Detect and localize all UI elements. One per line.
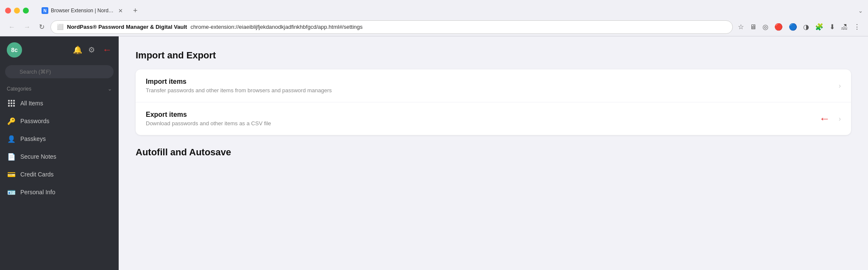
sidebar-icons: 🔔 ⚙ ← [73,44,112,55]
autofill-title: Autofill and Autosave [136,147,851,158]
sidebar-header: 8c 🔔 ⚙ ← [0,36,119,63]
categories-chevron-icon: ⌄ [108,86,112,92]
search-input[interactable] [5,65,114,78]
import-item[interactable]: Import items Transfer passwords and othe… [136,69,851,102]
reload-button[interactable]: ↻ [36,21,47,33]
sidebar-item-secure-notes[interactable]: 📄 Secure Notes [0,148,119,165]
browser-chrome: N Browser Extension | NordPass ✕ + ⌄ ← →… [0,0,868,36]
address-url: chrome-extension://eiaeiblijfjekdanodkja… [190,24,726,30]
search-wrapper: 🔍 [5,65,114,78]
back-button[interactable]: ← [6,22,18,33]
all-items-label: All Items [20,100,43,107]
page-icon: ⬜ [57,24,64,30]
avatar-initials: 8c [11,47,18,53]
nordvpn-icon[interactable]: ◎ [761,21,770,33]
minimize-button[interactable] [14,8,20,14]
import-export-title: Import and Export [136,50,851,61]
import-item-text: Import items Transfer passwords and othe… [146,78,839,94]
tab-bar: N Browser Extension | NordPass ✕ + [36,4,855,17]
download-button[interactable]: ⬇ [828,21,837,33]
bookmark-button[interactable]: ☆ [736,21,746,33]
import-item-description: Transfer passwords and other items from … [146,87,839,94]
categories-label: Categories [7,86,31,92]
address-bar[interactable]: ⬜ NordPass® Password Manager & Digital V… [50,20,733,34]
import-export-card: Import items Transfer passwords and othe… [136,69,851,135]
tab-title: Browser Extension | NordPass [51,8,116,14]
nav-bar: ← → ↻ ⬜ NordPass® Password Manager & Dig… [0,18,868,36]
nav-actions: ☆ 🖥 ◎ 🔴 🔵 ◑ 🧩 ⬇ 🏖 ⋮ [736,21,862,33]
close-button[interactable] [5,8,11,14]
sidebar-item-personal-info[interactable]: 🪪 Personal Info [0,183,119,201]
passwords-icon: 🔑 [7,116,16,126]
export-arrow-annotation: ← [819,112,830,125]
active-tab[interactable]: N Browser Extension | NordPass ✕ [36,4,129,17]
export-item-title: Export items [146,111,819,118]
sidebar-item-credit-cards[interactable]: 💳 Credit Cards [0,165,119,183]
sidebar-item-all-items[interactable]: All Items [0,94,119,112]
extensions-button[interactable]: 🧩 [813,21,825,33]
app-container: 8c 🔔 ⚙ ← 🔍 Categories ⌄ [0,36,868,270]
tab-close-icon[interactable]: ✕ [118,8,123,14]
export-chevron-icon: › [839,115,841,123]
maximize-button[interactable] [23,8,29,14]
extension1-button[interactable]: 🔴 [773,21,785,33]
credit-cards-label: Credit Cards [20,171,54,178]
credit-cards-icon: 💳 [7,170,16,179]
settings-gear-button[interactable]: ⚙ [88,45,95,55]
title-bar: N Browser Extension | NordPass ✕ + ⌄ [0,0,868,18]
sidebar-item-passwords[interactable]: 🔑 Passwords [0,112,119,130]
nav-items: All Items 🔑 Passwords 👤 Passkeys 📄 Secur… [0,94,119,270]
categories-header: Categories ⌄ [0,83,119,94]
traffic-lights [5,8,29,14]
window-controls: ⌄ [858,8,863,14]
export-item-text: Export items Download passwords and othe… [146,111,819,127]
search-bar: 🔍 [5,65,114,78]
passkeys-label: Passkeys [20,135,46,142]
gear-arrow-annotation: ← [103,44,112,55]
all-items-icon [7,99,16,108]
import-item-title: Import items [146,78,839,85]
passkeys-icon: 👤 [7,134,16,143]
site-name: NordPass® Password Manager & Digital Vau… [67,24,187,30]
profile-button[interactable]: 🏖 [839,22,849,33]
extension3-button[interactable]: ◑ [801,21,811,33]
personal-info-label: Personal Info [20,189,56,196]
export-item-description: Download passwords and other items as a … [146,120,819,127]
import-chevron-icon: › [839,82,841,90]
tab-favicon: N [42,7,48,14]
passwords-label: Passwords [20,118,49,124]
forward-button[interactable]: → [21,22,33,33]
sidebar: 8c 🔔 ⚙ ← 🔍 Categories ⌄ [0,36,119,270]
sidebar-item-passkeys[interactable]: 👤 Passkeys [0,130,119,148]
notification-bell-button[interactable]: 🔔 [73,45,82,55]
secure-notes-label: Secure Notes [20,153,56,160]
avatar[interactable]: 8c [7,42,22,58]
extension2-button[interactable]: 🔵 [787,21,799,33]
main-content: Import and Export Import items Transfer … [119,36,868,270]
screenshot-button[interactable]: 🖥 [748,22,758,33]
export-item[interactable]: Export items Download passwords and othe… [136,102,851,135]
new-tab-button[interactable]: + [130,5,141,17]
secure-notes-icon: 📄 [7,152,16,161]
personal-info-icon: 🪪 [7,187,16,197]
menu-button[interactable]: ⋮ [852,21,862,33]
